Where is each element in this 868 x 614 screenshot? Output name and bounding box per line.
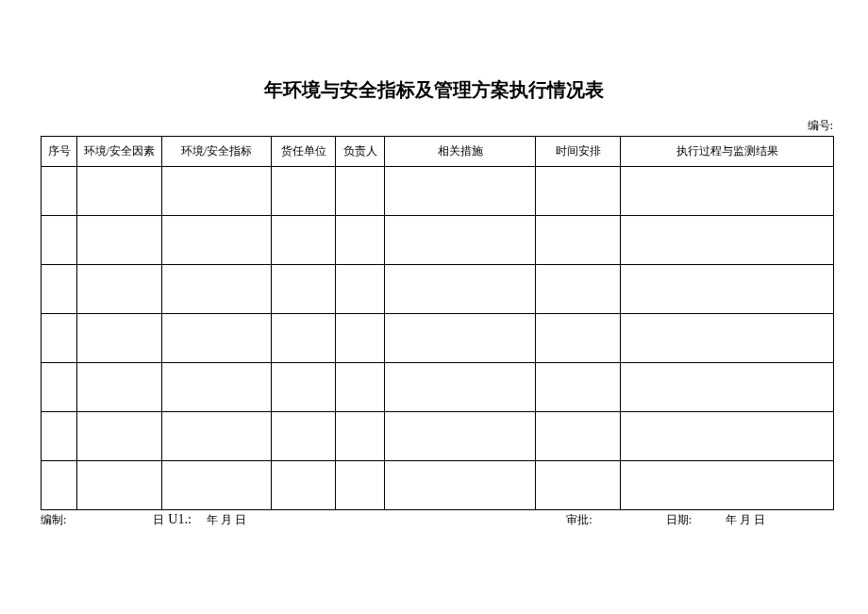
cell-result	[621, 216, 834, 265]
cell-indicator	[162, 314, 272, 363]
cell-result	[621, 314, 834, 363]
cell-seq	[42, 167, 77, 216]
cell-indicator	[162, 216, 272, 265]
cell-measure	[385, 412, 536, 461]
footer-approve-label: 审批:	[566, 512, 665, 528]
table-row	[42, 167, 834, 216]
header-seq: 序号	[42, 137, 77, 167]
table-row	[42, 314, 834, 363]
header-unit: 货任单位	[272, 137, 336, 167]
cell-factor	[77, 461, 162, 510]
cell-unit	[272, 167, 336, 216]
table-header-row: 序号 环境/安全因素 环境/安全指标 货任单位 负责人 相关措施 时间安排 执行…	[42, 137, 834, 167]
table-row	[42, 216, 834, 265]
cell-factor	[77, 265, 162, 314]
footer-date-1: 年 月 日	[199, 512, 246, 528]
cell-seq	[42, 216, 77, 265]
cell-factor	[77, 216, 162, 265]
cell-unit	[272, 363, 336, 412]
cell-person	[336, 461, 385, 510]
table-body	[42, 167, 834, 510]
cell-person	[336, 314, 385, 363]
cell-person	[336, 363, 385, 412]
cell-factor	[77, 412, 162, 461]
cell-measure	[385, 461, 536, 510]
cell-factor	[77, 314, 162, 363]
header-result: 执行过程与监测结果	[621, 137, 834, 167]
table-row	[42, 363, 834, 412]
cell-indicator	[162, 363, 272, 412]
cell-factor	[77, 167, 162, 216]
cell-unit	[272, 412, 336, 461]
footer-date-label: 日期:	[666, 512, 726, 528]
cell-result	[621, 167, 834, 216]
cell-seq	[42, 314, 77, 363]
cell-factor	[77, 363, 162, 412]
cell-seq	[42, 265, 77, 314]
cell-seq	[42, 363, 77, 412]
header-indicator: 环境/安全指标	[162, 137, 272, 167]
cell-result	[621, 363, 834, 412]
cell-measure	[385, 265, 536, 314]
cell-time	[536, 412, 621, 461]
main-data-table: 序号 环境/安全因素 环境/安全指标 货任单位 负责人 相关措施 时间安排 执行…	[41, 136, 834, 510]
cell-time	[536, 216, 621, 265]
cell-person	[336, 265, 385, 314]
cell-measure	[385, 314, 536, 363]
cell-indicator	[162, 461, 272, 510]
cell-measure	[385, 167, 536, 216]
table-row	[42, 265, 834, 314]
cell-result	[621, 461, 834, 510]
header-factor: 环境/安全因素	[77, 137, 162, 167]
footer-date-2: 年 月 日	[726, 512, 833, 528]
header-measure: 相关措施	[385, 137, 536, 167]
cell-seq	[42, 412, 77, 461]
cell-unit	[272, 461, 336, 510]
page-title: 年环境与安全指标及管理方案执行情况表	[0, 0, 868, 118]
cell-person	[336, 412, 385, 461]
doc-number-label: 编号:	[0, 118, 868, 136]
header-person: 负责人	[336, 137, 385, 167]
footer-u1: U1.:	[168, 512, 199, 527]
cell-indicator	[162, 412, 272, 461]
cell-measure	[385, 363, 536, 412]
table-row	[42, 461, 834, 510]
cell-indicator	[162, 265, 272, 314]
cell-time	[536, 363, 621, 412]
footer-left-group: 编制: 日 U1.: 年 月 日	[41, 512, 246, 528]
cell-unit	[272, 314, 336, 363]
cell-seq	[42, 461, 77, 510]
cell-time	[536, 265, 621, 314]
header-time: 时间安排	[536, 137, 621, 167]
cell-result	[621, 265, 834, 314]
cell-time	[536, 461, 621, 510]
cell-person	[336, 216, 385, 265]
cell-time	[536, 167, 621, 216]
cell-result	[621, 412, 834, 461]
cell-person	[336, 167, 385, 216]
cell-indicator	[162, 167, 272, 216]
footer-row: 编制: 日 U1.: 年 月 日 审批: 日期: 年 月 日	[41, 510, 833, 528]
cell-measure	[385, 216, 536, 265]
table-row	[42, 412, 834, 461]
footer-ri: 日	[153, 512, 168, 528]
footer-prep-label: 编制:	[41, 512, 153, 528]
cell-unit	[272, 216, 336, 265]
cell-unit	[272, 265, 336, 314]
cell-time	[536, 314, 621, 363]
